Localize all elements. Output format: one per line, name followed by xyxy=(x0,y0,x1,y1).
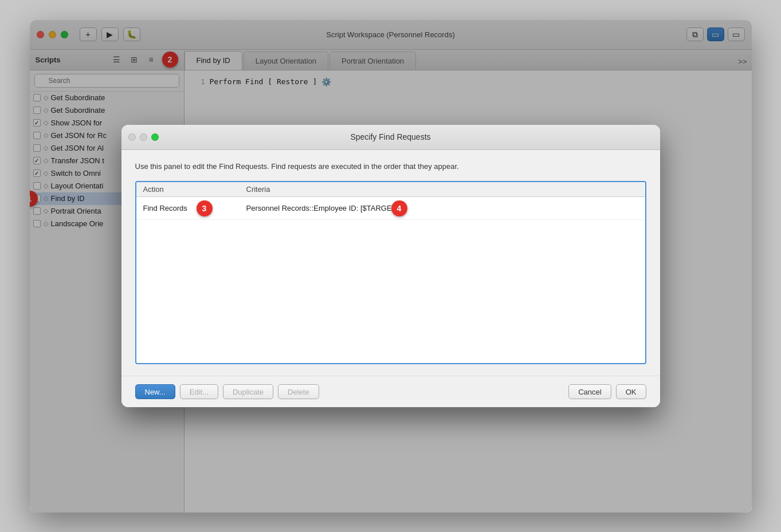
duplicate-button[interactable]: Duplicate xyxy=(223,384,273,399)
find-requests-table: Action Criteria Find Records Personnel R… xyxy=(135,181,646,364)
modal-overlay: Specify Find Requests Use this panel to … xyxy=(30,20,752,513)
table-header: Action Criteria xyxy=(136,182,645,197)
delete-button[interactable]: Delete xyxy=(278,384,319,399)
modal-body: Use this panel to edit the Find Requests… xyxy=(121,150,660,376)
badge-3: 3 xyxy=(197,200,213,216)
modal-maximize-button[interactable] xyxy=(151,133,159,141)
specify-find-requests-modal: Specify Find Requests Use this panel to … xyxy=(121,125,660,407)
modal-title: Specify Find Requests xyxy=(350,132,430,141)
edit-button[interactable]: Edit... xyxy=(180,384,218,399)
modal-description: Use this panel to edit the Find Requests… xyxy=(135,161,646,172)
modal-minimize-button[interactable] xyxy=(140,133,147,141)
ok-button[interactable]: OK xyxy=(616,384,646,399)
table-row[interactable]: Find Records Personnel Records::Employee… xyxy=(136,197,645,220)
modal-close-button[interactable] xyxy=(128,133,136,141)
col-header-criteria: Criteria xyxy=(246,185,638,194)
cancel-button[interactable]: Cancel xyxy=(568,384,611,399)
new-button[interactable]: New... xyxy=(135,384,175,399)
cell-criteria: Personnel Records::Employee ID: [$TARGET… xyxy=(246,204,638,212)
badge-4: 4 xyxy=(391,200,407,216)
cell-action: Find Records xyxy=(143,204,246,212)
modal-title-bar: Specify Find Requests xyxy=(121,125,660,150)
modal-traffic-lights xyxy=(128,133,159,141)
main-window: + ▶ 🐛 Script Workspace (Personnel Record… xyxy=(30,20,752,513)
col-header-action: Action xyxy=(143,185,246,194)
modal-footer: New... Edit... Duplicate Delete Cancel O… xyxy=(121,376,660,407)
